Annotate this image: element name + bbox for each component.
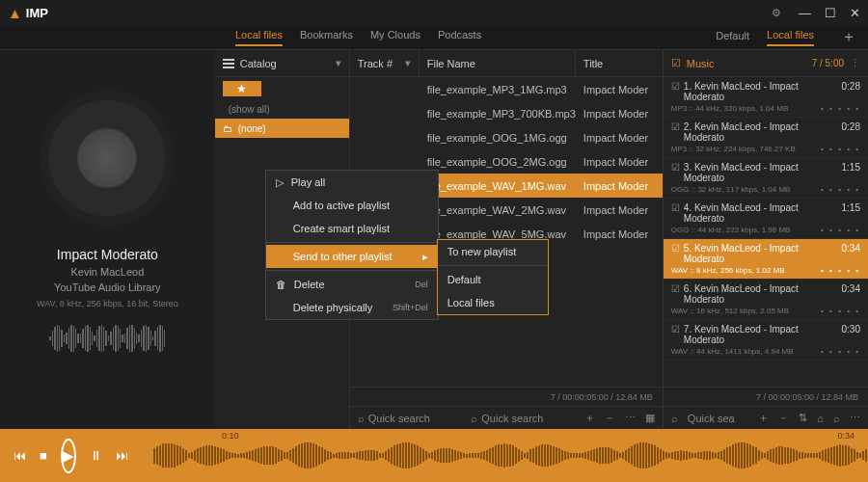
playlist-item[interactable]: ☑7. Kevin MacLeod - Impact Moderato0:30W…: [664, 320, 868, 361]
now-playing-title: Impact Moderato: [57, 247, 158, 262]
col-header-title[interactable]: Title: [576, 50, 663, 76]
file-row[interactable]: file_example_OOG_1MG.oggImpact Moder: [350, 125, 663, 149]
menu-create-smart[interactable]: Create smart playlist: [266, 217, 438, 240]
catalog-none[interactable]: 🗀 (none): [215, 119, 349, 138]
col-header-track[interactable]: Track #▾: [350, 50, 420, 76]
app-logo: ▲ IMP: [8, 5, 48, 21]
album-art: [40, 91, 175, 226]
add-icon[interactable]: ＋: [758, 411, 769, 425]
catalog-show-all[interactable]: (show all): [215, 100, 349, 119]
playlist-item[interactable]: ☑4. Kevin MacLeod - Impact Moderato1:15O…: [664, 199, 868, 239]
settings-icon[interactable]: ⚙: [772, 7, 781, 19]
titlebar: ▲ IMP ⚙ — ☐ ✕: [0, 0, 868, 25]
tab-local-files[interactable]: Local files: [235, 29, 283, 46]
search-icon[interactable]: ⌕: [471, 413, 477, 424]
file-row[interactable]: file_example_MP3_1MG.mp3Impact Moder: [350, 77, 663, 101]
search-icon[interactable]: ⌕: [833, 413, 840, 424]
remove-icon[interactable]: －: [778, 411, 789, 425]
close-button[interactable]: ✕: [850, 6, 860, 20]
tab-bookmarks[interactable]: Bookmarks: [300, 29, 353, 46]
files-toolbar: ⌕Quick search ⌕Quick search ＋ － ⋯ ▦: [350, 406, 663, 429]
app-name: IMP: [26, 6, 48, 20]
trash-icon: 🗑: [276, 279, 286, 290]
submenu-new-playlist[interactable]: To new playlist: [438, 240, 548, 263]
logo-icon: ▲: [8, 5, 22, 21]
menu-delete-physically[interactable]: Delete physicallyShift+Del: [266, 296, 438, 319]
playlist-toolbar: ⌕ Quick sea ＋ － ⇅ ⌂ ⌕ ⋯: [664, 406, 868, 429]
files-status: 7 / 00:00:05:00 / 12.84 MB: [350, 387, 663, 406]
playlist-item[interactable]: ☑3. Kevin MacLeod - Impact Moderato1:15O…: [664, 158, 868, 199]
quick-search[interactable]: Quick search: [481, 413, 543, 424]
file-row[interactable]: file_example_MP3_700KB.mp3Impact Moder: [350, 101, 663, 125]
catalog-header[interactable]: Catalog ▾: [215, 50, 349, 77]
now-playing-artist: Kevin MacLeod: [70, 266, 144, 278]
search-icon[interactable]: ⌕: [358, 413, 365, 424]
minimize-button[interactable]: —: [799, 6, 811, 20]
tabs-row: Local files Bookmarks My Clouds Podcasts…: [0, 25, 868, 50]
more-icon[interactable]: ⋮: [850, 57, 860, 69]
more-icon[interactable]: ⋯: [850, 412, 860, 424]
playlist-status: 7 / 00:00:05:00 / 12.84 MB: [664, 387, 868, 406]
next-button[interactable]: ⏭: [116, 448, 128, 463]
grid-icon[interactable]: ▦: [645, 412, 655, 424]
play-position: 0:10: [222, 431, 239, 441]
maximize-button[interactable]: ☐: [825, 6, 836, 20]
tab-podcasts[interactable]: Podcasts: [438, 29, 481, 46]
stop-button[interactable]: ■: [40, 448, 47, 463]
menu-delete[interactable]: 🗑DeleteDel: [266, 273, 438, 296]
playlist-item[interactable]: ☑6. Kevin MacLeod - Impact Moderato0:34W…: [664, 280, 868, 320]
chevron-down-icon: ▾: [336, 57, 341, 69]
playlist-header: ☑ Music 7 / 5:00 ⋮: [664, 50, 868, 77]
play-icon: ▷: [276, 176, 284, 189]
prev-button[interactable]: ⏮: [14, 448, 26, 463]
quick-search[interactable]: Quick search: [368, 413, 430, 424]
submenu-local-files[interactable]: Local files: [438, 291, 548, 314]
add-icon[interactable]: ＋: [584, 411, 595, 425]
seek-waveform[interactable]: [153, 442, 868, 470]
sidebar: Impact Moderato Kevin MacLeod YouTube Au…: [0, 50, 215, 429]
menu-add-active[interactable]: Add to active playlist: [266, 194, 438, 217]
tab-my-clouds[interactable]: My Clouds: [370, 29, 420, 46]
menu-play-all[interactable]: ▷Play all: [266, 171, 438, 194]
settings-icon[interactable]: ⌂: [817, 413, 824, 424]
visualizer: [49, 322, 165, 355]
sort-icon[interactable]: ⇅: [799, 412, 807, 424]
playlist-item[interactable]: ☑2. Kevin MacLeod - Impact Moderato0:28M…: [664, 118, 868, 158]
chevron-right-icon: ▸: [422, 251, 428, 263]
submenu-send-playlist: To new playlist Default Local files: [437, 239, 549, 315]
menu-send-other[interactable]: Send to other playlist▸: [266, 245, 438, 268]
add-playlist-button[interactable]: ＋: [841, 27, 856, 47]
play-button[interactable]: ▶: [61, 439, 76, 473]
remove-icon[interactable]: －: [605, 411, 615, 425]
hamburger-icon: [223, 59, 234, 68]
folder-icon: 🗀: [223, 123, 232, 134]
search-icon[interactable]: ⌕: [671, 413, 678, 424]
now-playing-album: YouTube Audio Library: [54, 281, 161, 293]
catalog-column: Catalog ▾ ★ (show all) 🗀 (none) ▷Play al…: [215, 50, 350, 429]
quick-search-input[interactable]: Quick sea: [688, 413, 735, 424]
play-duration: 0:34: [837, 431, 854, 441]
playlist-item[interactable]: ☑5. Kevin MacLeod - Impact Moderato0:34W…: [664, 239, 868, 280]
catalog-favorite[interactable]: ★: [223, 81, 261, 96]
more-icon[interactable]: ⋯: [625, 412, 636, 424]
playlist-tab-local-files[interactable]: Local files: [767, 29, 814, 46]
playlist-item[interactable]: ☑1. Kevin MacLeod - Impact Moderato0:28M…: [664, 77, 868, 118]
pause-button[interactable]: ⏸: [90, 448, 102, 463]
col-header-name[interactable]: File Name: [420, 50, 576, 76]
playbar: 0:10 0:34 ⏮ ■ ▶ ⏸ ⏭: [0, 429, 868, 482]
playlist-pane: ☑ Music 7 / 5:00 ⋮ ☑1. Kevin MacLeod - I…: [663, 50, 868, 429]
window-controls: — ☐ ✕: [799, 6, 860, 20]
playlist-tab-default[interactable]: Default: [716, 30, 749, 45]
context-menu: ▷Play all Add to active playlist Create …: [265, 170, 439, 320]
submenu-default[interactable]: Default: [438, 268, 548, 291]
now-playing-meta: WAV, 8 kHz, 256 kbps, 16 bit, Stereo: [37, 299, 178, 308]
